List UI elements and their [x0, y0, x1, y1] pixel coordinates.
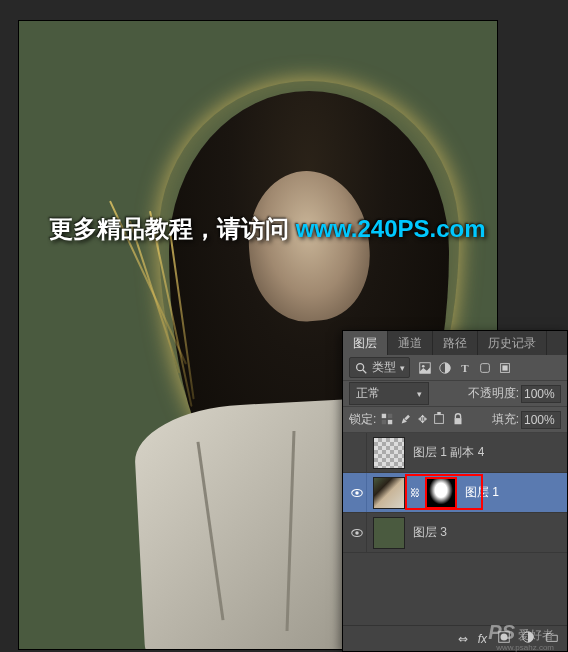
- lock-row: 锁定: ✥ 填充: 100%: [343, 407, 567, 433]
- visibility-toggle[interactable]: [347, 433, 367, 472]
- lock-icons: ✥: [380, 412, 465, 428]
- layers-panel: 图层 通道 路径 历史记录 类型 ▾ T 正常 ▾ 不透明度: 100% 锁定:: [342, 330, 568, 652]
- svg-rect-12: [405, 414, 411, 420]
- layer-thumbnail[interactable]: [373, 437, 405, 469]
- layer-mask-thumbnail[interactable]: [425, 477, 457, 509]
- opacity-label: 不透明度:: [468, 385, 519, 402]
- lock-label: 锁定:: [349, 411, 376, 428]
- watermark-url: www.psahz.com: [496, 643, 554, 652]
- svg-point-17: [355, 491, 359, 495]
- svg-point-0: [357, 363, 364, 370]
- opacity-input[interactable]: 100%: [521, 385, 561, 403]
- adjustment-filter-icon[interactable]: [438, 361, 452, 375]
- layer-row[interactable]: 图层 1 副本 4: [343, 433, 567, 473]
- filter-icons: T: [418, 361, 512, 375]
- filter-kind-select[interactable]: 类型 ▾: [349, 357, 410, 378]
- visibility-toggle[interactable]: [347, 473, 367, 512]
- shape-filter-icon[interactable]: [478, 361, 492, 375]
- banner-text: 更多精品教程，请访问 www.240PS.com: [49, 213, 486, 245]
- opacity-group: 不透明度: 100%: [468, 385, 561, 403]
- image-filter-icon[interactable]: [418, 361, 432, 375]
- lock-artboard-icon[interactable]: [432, 412, 446, 428]
- svg-point-19: [355, 531, 359, 535]
- lock-pixels-icon[interactable]: [399, 412, 413, 428]
- filter-kind-label: 类型: [372, 359, 396, 376]
- svg-rect-8: [382, 413, 386, 417]
- layer-name[interactable]: 图层 1 副本 4: [413, 444, 484, 461]
- svg-rect-14: [438, 412, 442, 415]
- layer-row[interactable]: 图层 3: [343, 513, 567, 553]
- layer-thumbnail[interactable]: [373, 477, 405, 509]
- svg-rect-13: [435, 414, 444, 423]
- blend-row: 正常 ▾ 不透明度: 100%: [343, 381, 567, 407]
- smartobject-filter-icon[interactable]: [498, 361, 512, 375]
- lock-all-icon[interactable]: [451, 412, 465, 428]
- lock-transparency-icon[interactable]: [380, 412, 394, 428]
- blend-mode-select[interactable]: 正常 ▾: [349, 382, 429, 405]
- watermark: PS 爱好者: [488, 621, 554, 644]
- svg-rect-7: [502, 365, 507, 370]
- visibility-toggle[interactable]: [347, 513, 367, 552]
- blend-mode-value: 正常: [356, 385, 380, 402]
- tab-channels[interactable]: 通道: [388, 331, 433, 355]
- fx-icon[interactable]: fx: [478, 632, 487, 646]
- layer-name[interactable]: 图层 3: [413, 524, 447, 541]
- banner-url: www.240PS.com: [296, 215, 486, 242]
- layers-list: 图层 1 副本 4 ⛓ 图层 1 图层 3: [343, 433, 567, 625]
- search-icon: [354, 361, 368, 375]
- svg-rect-10: [388, 413, 392, 417]
- svg-rect-9: [388, 419, 392, 423]
- link-mask-icon[interactable]: ⛓: [409, 487, 421, 498]
- svg-line-1: [363, 369, 367, 373]
- chevron-down-icon: ▾: [417, 389, 422, 399]
- fill-input[interactable]: 100%: [521, 411, 561, 429]
- watermark-logo: PS: [488, 621, 515, 644]
- chevron-down-icon: ▾: [400, 363, 405, 373]
- fill-group: 填充: 100%: [492, 411, 561, 429]
- layer-name[interactable]: 图层 1: [465, 484, 499, 501]
- lock-position-icon[interactable]: ✥: [418, 413, 427, 426]
- svg-point-3: [422, 364, 425, 367]
- link-layers-icon[interactable]: ⇔: [458, 632, 468, 646]
- fill-label: 填充:: [492, 411, 519, 428]
- watermark-cn: 爱好者: [518, 627, 554, 644]
- tab-history[interactable]: 历史记录: [478, 331, 547, 355]
- svg-rect-11: [382, 419, 386, 423]
- type-filter-icon[interactable]: T: [458, 361, 472, 375]
- eye-icon: [350, 486, 364, 500]
- svg-rect-5: [481, 363, 490, 372]
- eye-icon: [350, 526, 364, 540]
- svg-rect-15: [455, 418, 462, 424]
- banner-prefix: 更多精品教程，请访问: [49, 215, 296, 242]
- panel-tabs: 图层 通道 路径 历史记录: [343, 331, 567, 355]
- tab-layers[interactable]: 图层: [343, 331, 388, 355]
- layer-row[interactable]: ⛓ 图层 1: [343, 473, 567, 513]
- tab-paths[interactable]: 路径: [433, 331, 478, 355]
- filter-row: 类型 ▾ T: [343, 355, 567, 381]
- layer-thumbnail[interactable]: [373, 517, 405, 549]
